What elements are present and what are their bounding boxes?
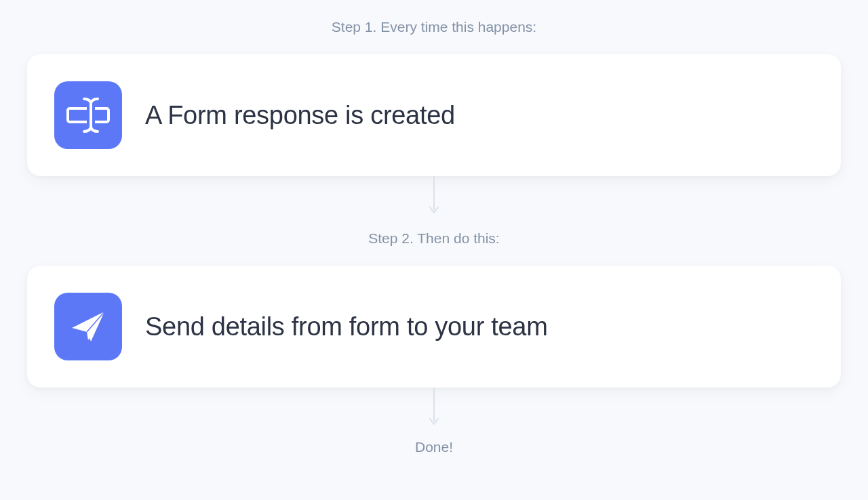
connector-arrow-1 bbox=[427, 176, 441, 217]
step1-title: A Form response is created bbox=[145, 101, 455, 130]
step1-label: Step 1. Every time this happens: bbox=[332, 19, 536, 35]
step2-card[interactable]: Send details from form to your team bbox=[27, 266, 841, 388]
step2-title: Send details from form to your team bbox=[145, 312, 548, 341]
workflow-container: Step 1. Every time this happens: A Form … bbox=[0, 0, 868, 455]
step1-card[interactable]: A Form response is created bbox=[27, 54, 841, 176]
send-icon bbox=[54, 293, 122, 360]
done-label: Done! bbox=[415, 439, 453, 455]
step2-label: Step 2. Then do this: bbox=[368, 230, 499, 247]
form-icon bbox=[54, 81, 122, 149]
connector-arrow-2 bbox=[427, 388, 441, 428]
